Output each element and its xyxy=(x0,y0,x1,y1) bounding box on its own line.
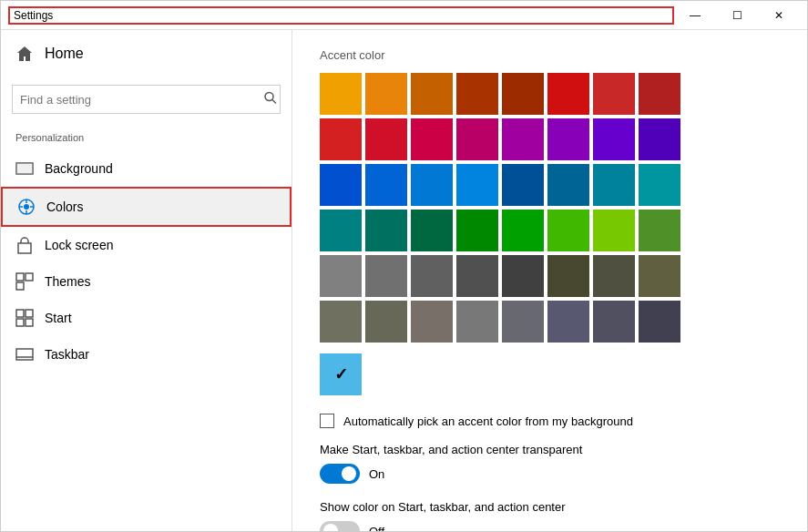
search-input[interactable] xyxy=(12,85,281,114)
color-swatch-1[interactable] xyxy=(365,73,407,115)
svg-rect-11 xyxy=(16,273,24,281)
svg-rect-12 xyxy=(26,273,33,281)
color-swatch-13[interactable] xyxy=(547,118,589,160)
background-icon xyxy=(15,159,34,178)
color-swatch-30[interactable] xyxy=(593,210,635,251)
color-swatch-20[interactable] xyxy=(502,164,544,206)
sidebar-item-taskbar[interactable]: Taskbar xyxy=(1,336,291,373)
checkmark-icon: ✓ xyxy=(334,364,348,384)
search-button[interactable] xyxy=(264,92,277,107)
color-swatch-15[interactable] xyxy=(639,118,680,160)
svg-point-0 xyxy=(265,93,273,101)
colors-icon xyxy=(17,198,36,216)
color-swatch-38[interactable] xyxy=(593,255,635,297)
transparent-label: Make Start, taskbar, and action center t… xyxy=(320,443,780,456)
selected-swatch[interactable]: ✓ xyxy=(320,353,362,395)
color-swatch-23[interactable] xyxy=(639,164,680,206)
color-swatch-2[interactable] xyxy=(411,73,453,115)
color-swatch-3[interactable] xyxy=(456,73,498,115)
color-swatch-0[interactable] xyxy=(320,73,362,115)
color-swatch-18[interactable] xyxy=(411,164,453,206)
color-swatch-17[interactable] xyxy=(365,164,407,206)
color-swatch-16[interactable] xyxy=(320,164,362,206)
minimize-button[interactable]: — xyxy=(674,1,716,30)
maximize-button[interactable]: ☐ xyxy=(716,1,758,30)
color-swatch-12[interactable] xyxy=(502,118,544,160)
color-swatch-35[interactable] xyxy=(456,255,498,297)
svg-rect-3 xyxy=(16,163,33,174)
color-swatch-45[interactable] xyxy=(547,301,589,343)
svg-rect-14 xyxy=(16,310,24,317)
svg-line-1 xyxy=(272,100,276,104)
themes-icon xyxy=(15,272,34,291)
color-swatch-21[interactable] xyxy=(547,164,589,206)
home-label: Home xyxy=(45,46,84,62)
svg-rect-10 xyxy=(18,243,31,253)
sidebar-item-start[interactable]: Start xyxy=(1,300,291,336)
color-swatch-24[interactable] xyxy=(320,210,362,251)
sidebar-item-themes[interactable]: Themes xyxy=(1,263,291,300)
auto-pick-checkbox[interactable] xyxy=(320,414,334,428)
color-swatch-43[interactable] xyxy=(456,301,498,343)
show-color-toggle[interactable] xyxy=(320,521,360,531)
show-color-toggle-label: Off xyxy=(369,525,384,532)
color-swatch-32[interactable] xyxy=(320,255,362,297)
transparent-toggle-track xyxy=(320,464,360,484)
color-swatch-39[interactable] xyxy=(639,255,680,297)
content-area: Home Personalization xyxy=(1,30,807,531)
color-swatch-42[interactable] xyxy=(411,301,453,343)
color-swatch-33[interactable] xyxy=(365,255,407,297)
title-bar: Settings — ☐ ✕ xyxy=(1,1,807,30)
color-swatch-28[interactable] xyxy=(502,210,544,251)
lockscreen-icon xyxy=(15,236,34,254)
colors-label: Colors xyxy=(46,200,83,214)
svg-rect-18 xyxy=(16,349,33,360)
close-button[interactable]: ✕ xyxy=(758,1,800,30)
color-swatch-37[interactable] xyxy=(547,255,589,297)
section-title: Accent color xyxy=(320,48,780,62)
color-swatch-26[interactable] xyxy=(411,210,453,251)
auto-pick-label: Automatically pick an accent color from … xyxy=(343,414,633,428)
svg-rect-13 xyxy=(16,282,24,290)
window-title: Settings xyxy=(8,6,674,25)
color-swatch-41[interactable] xyxy=(365,301,407,343)
color-swatch-22[interactable] xyxy=(593,164,635,206)
color-swatch-29[interactable] xyxy=(547,210,589,251)
color-swatch-4[interactable] xyxy=(502,73,544,115)
sidebar-item-lockscreen[interactable]: Lock screen xyxy=(1,227,291,263)
show-color-toggle-track xyxy=(320,521,360,531)
color-swatch-7[interactable] xyxy=(639,73,680,115)
transparent-toggle-label: On xyxy=(369,467,384,481)
home-icon xyxy=(15,45,34,63)
color-swatch-25[interactable] xyxy=(365,210,407,251)
color-swatch-5[interactable] xyxy=(547,73,589,115)
color-swatch-36[interactable] xyxy=(502,255,544,297)
color-swatch-46[interactable] xyxy=(593,301,635,343)
color-swatch-40[interactable] xyxy=(320,301,362,343)
color-swatch-31[interactable] xyxy=(639,210,680,251)
start-label: Start xyxy=(45,311,72,325)
svg-point-5 xyxy=(24,204,29,210)
sidebar-item-background[interactable]: Background xyxy=(1,150,291,187)
color-swatch-6[interactable] xyxy=(593,73,635,115)
color-swatch-47[interactable] xyxy=(639,301,680,343)
sidebar-item-home[interactable]: Home xyxy=(1,30,291,77)
color-swatch-8[interactable] xyxy=(320,118,362,160)
color-swatch-14[interactable] xyxy=(593,118,635,160)
color-swatch-10[interactable] xyxy=(411,118,453,160)
color-swatch-34[interactable] xyxy=(411,255,453,297)
sidebar: Home Personalization xyxy=(1,30,292,531)
themes-label: Themes xyxy=(45,274,91,289)
transparent-toggle-thumb xyxy=(342,466,356,481)
color-swatch-44[interactable] xyxy=(502,301,544,343)
show-color-toggle-thumb xyxy=(323,524,338,531)
color-swatch-27[interactable] xyxy=(456,210,498,251)
color-swatch-11[interactable] xyxy=(456,118,498,160)
sidebar-item-colors[interactable]: Colors xyxy=(1,187,291,227)
transparent-toggle[interactable] xyxy=(320,464,360,484)
taskbar-label: Taskbar xyxy=(45,347,89,362)
color-grid xyxy=(320,73,780,343)
color-swatch-19[interactable] xyxy=(456,164,498,206)
color-swatch-9[interactable] xyxy=(365,118,407,160)
lockscreen-label: Lock screen xyxy=(45,238,113,252)
